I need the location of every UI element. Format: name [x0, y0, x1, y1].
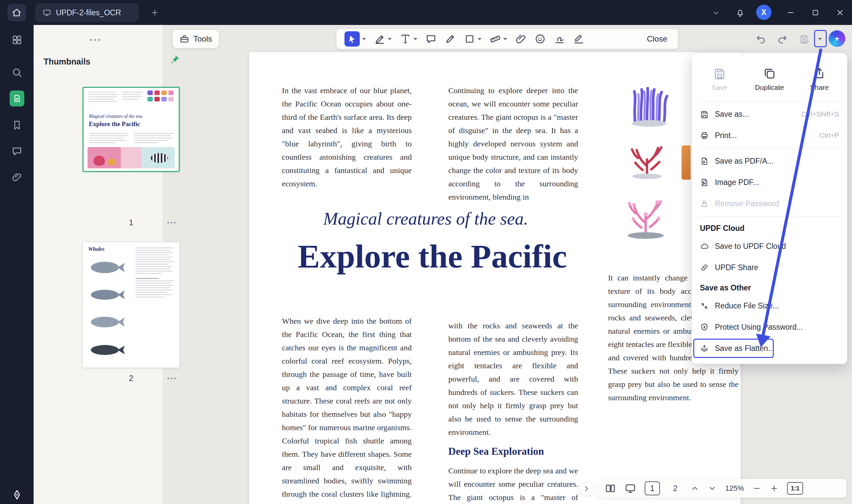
- menu-item-save-to-updf-cloud[interactable]: Save to UPDF Cloud: [692, 236, 847, 257]
- page-layout-button[interactable]: [605, 483, 616, 494]
- link-icon: [700, 263, 709, 272]
- avatar[interactable]: X: [756, 5, 771, 20]
- page-1-thumbnail[interactable]: Magical creatures of the sea. Explore th…: [83, 87, 180, 172]
- thumb2-textblock: [136, 248, 174, 299]
- strikeout-tool[interactable]: [573, 33, 584, 44]
- page-2-button[interactable]: 2: [669, 484, 682, 493]
- save-options-menu: Save Duplicate Share Save as... Ctrl+Shi…: [692, 53, 847, 364]
- actual-size-button[interactable]: 1:1: [787, 482, 803, 495]
- close-window-button[interactable]: [832, 5, 848, 21]
- doc-heading-deep-sea: Deep Sea Exploration: [448, 446, 544, 457]
- doc-paragraph-1: In the vast embrace of our blue planet, …: [282, 84, 412, 190]
- menu-item-save-as-pdfa[interactable]: Save as PDF/A...: [692, 150, 847, 172]
- menu-item-reduce-file-size[interactable]: Reduce File Size...: [692, 295, 847, 317]
- menu-item-updf-share[interactable]: UPDF Share: [692, 257, 847, 278]
- maximize-button[interactable]: [807, 5, 823, 21]
- measure-tool-caret[interactable]: [503, 38, 507, 40]
- menu-quick-duplicate[interactable]: Duplicate: [745, 59, 795, 99]
- minimize-button[interactable]: [783, 5, 799, 21]
- thumb1-coral-images: [147, 90, 177, 102]
- thumbnails-panel-button[interactable]: [0, 88, 34, 109]
- page-1-options-button[interactable]: [167, 222, 176, 223]
- shape-tool-icon: [464, 33, 475, 44]
- signature-pen-button[interactable]: [0, 485, 34, 504]
- comment-tool[interactable]: [425, 33, 437, 44]
- doc-script-title: Magical creatures of the sea.: [263, 209, 589, 229]
- search-button[interactable]: [0, 62, 34, 83]
- highlight-tool-caret[interactable]: [388, 38, 392, 40]
- close-toolbar-button[interactable]: Close: [644, 34, 670, 43]
- red-coral-image: [623, 139, 671, 180]
- signature-tool-icon: [554, 33, 565, 44]
- thumb1-textblock: [89, 133, 129, 145]
- document-tab[interactable]: UPDF-2-files_OCR: [35, 3, 139, 22]
- pen-tool-icon: [445, 33, 456, 44]
- annotation-toolbar: Close: [336, 29, 678, 49]
- menu-item-print[interactable]: Print... Ctrl+P: [692, 125, 847, 146]
- apps-grid-button[interactable]: [0, 30, 34, 50]
- menu-divider: [698, 101, 841, 102]
- attachments-button[interactable]: [0, 167, 34, 187]
- print-icon: [700, 131, 709, 140]
- select-tool-caret[interactable]: [362, 38, 366, 40]
- thumb2-whale-4: [89, 339, 127, 359]
- measure-tool-icon: [490, 33, 501, 44]
- shield-lock-icon: [700, 323, 709, 332]
- redo-button[interactable]: [774, 31, 791, 47]
- tools-button[interactable]: Tools: [173, 30, 219, 48]
- doc-paragraph-4: with the rocks and seaweeds at the botto…: [448, 319, 578, 439]
- minimize-icon: [786, 8, 795, 17]
- home-button[interactable]: [7, 4, 26, 21]
- zoom-level[interactable]: 125%: [725, 484, 744, 493]
- bookmarks-button[interactable]: [0, 115, 34, 136]
- signature-tool[interactable]: [554, 33, 565, 44]
- sticker-tool[interactable]: [534, 33, 546, 44]
- zoom-in-button[interactable]: [770, 484, 778, 493]
- page-2-options-button[interactable]: [167, 378, 176, 379]
- text-tool[interactable]: [400, 33, 418, 44]
- menu-quick-save[interactable]: Save: [695, 59, 745, 99]
- next-page-button[interactable]: [708, 484, 716, 493]
- maximize-icon: [811, 8, 819, 17]
- pen-tool[interactable]: [445, 33, 456, 44]
- text-tool-caret[interactable]: [413, 38, 418, 40]
- measure-tool[interactable]: [490, 33, 507, 44]
- panel-resize-handle[interactable]: [90, 39, 100, 41]
- notifications-button[interactable]: [732, 5, 748, 21]
- collapse-statusbar-button[interactable]: [580, 482, 593, 496]
- previous-page-button[interactable]: [691, 484, 699, 493]
- highlight-tool[interactable]: [374, 33, 392, 44]
- shape-tool[interactable]: [464, 33, 482, 44]
- reader-mode-button[interactable]: [625, 483, 636, 494]
- undo-button[interactable]: [752, 31, 769, 47]
- thumb1-textblock: [134, 133, 174, 145]
- page-1-button[interactable]: 1: [645, 481, 660, 496]
- share-icon: [813, 67, 826, 80]
- pdf-page[interactable]: In the vast embrace of our blue planet, …: [249, 52, 741, 504]
- menu-item-image-pdf[interactable]: Image PDF...: [692, 172, 847, 193]
- thumb2-whale-2: [89, 284, 127, 304]
- attachment-tool[interactable]: [515, 33, 527, 44]
- select-tool[interactable]: [344, 31, 366, 47]
- menu-quick-share[interactable]: Share: [795, 59, 844, 99]
- comments-button[interactable]: [0, 141, 34, 161]
- menu-item-save-as[interactable]: Save as... Ctrl+Shift+S: [692, 104, 847, 125]
- updf-ai-button[interactable]: [829, 30, 845, 47]
- menu-item-save-as-flatten[interactable]: Save as Flatten...: [692, 338, 847, 359]
- thumb2-whale-1: [89, 257, 127, 277]
- status-bar: 1 2 125% 1:1: [598, 479, 846, 498]
- zoom-out-button[interactable]: [752, 484, 761, 493]
- shape-tool-caret[interactable]: [478, 38, 482, 40]
- pin-panel-button[interactable]: [170, 54, 180, 65]
- thumb2-title: Whales: [88, 246, 105, 252]
- page-2-thumbnail[interactable]: Whales: [83, 242, 180, 368]
- collapse-tabs-button[interactable]: [708, 5, 724, 21]
- menu-item-remove-password[interactable]: Remove Password: [692, 193, 847, 214]
- save-button[interactable]: [796, 31, 813, 47]
- new-tab-button[interactable]: [148, 6, 161, 19]
- thumbnails-panel: Thumbnails Magical creatures of the sea.…: [34, 25, 163, 504]
- menu-item-protect-using-password[interactable]: Protect Using Password...: [692, 317, 847, 338]
- orange-coral-image-edge: [681, 145, 691, 180]
- image-doc-icon: [700, 178, 709, 187]
- thumb1-textblock: [88, 92, 119, 104]
